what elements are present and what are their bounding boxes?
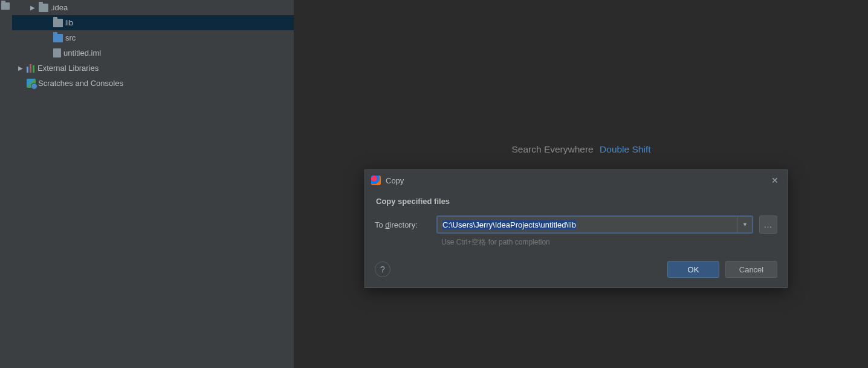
directory-label: To directory:	[375, 220, 430, 229]
libraries-icon	[27, 64, 35, 73]
project-sidebar: ▶ .idea ▶ lib ▶ src ▶ untitled.iml ▶ Ext…	[0, 0, 294, 368]
dialog-titlebar[interactable]: Copy ✕	[365, 170, 787, 191]
hint-key: Double Shift	[600, 144, 650, 154]
tree-item-idea[interactable]: ▶ .idea	[12, 0, 294, 15]
intellij-icon	[371, 176, 381, 185]
scratches-icon	[27, 79, 36, 88]
label-post: irectory:	[390, 220, 418, 229]
tree-item-src[interactable]: ▶ src	[12, 30, 294, 45]
tree-label: External Libraries	[37, 64, 99, 73]
browse-button[interactable]: ...	[759, 215, 777, 234]
copy-dialog: Copy ✕ Copy specified files To directory…	[364, 169, 788, 288]
tree-label: src	[65, 33, 76, 42]
dialog-body: Copy specified files To directory: ▼ ...…	[365, 191, 787, 252]
ok-button[interactable]: OK	[667, 261, 719, 278]
folder-icon	[39, 4, 48, 12]
directory-combobox[interactable]: ▼	[436, 215, 753, 234]
tree-item-external-libraries[interactable]: ▶ External Libraries	[12, 61, 294, 76]
tree-label: .idea	[51, 3, 68, 12]
dialog-title: Copy	[386, 176, 764, 185]
cancel-button[interactable]: Cancel	[725, 261, 777, 278]
folder-icon	[53, 19, 63, 27]
close-icon[interactable]: ✕	[769, 174, 781, 186]
tree-item-scratches[interactable]: ▶ Scratches and Consoles	[12, 76, 294, 91]
search-everywhere-hint: Search Everywhere Double Shift	[294, 144, 868, 155]
path-completion-hint: Use Ctrl+空格 for path completion	[441, 237, 777, 248]
directory-input[interactable]	[438, 217, 737, 232]
tree-label: lib	[65, 18, 73, 27]
tree-item-lib[interactable]: ▶ lib	[12, 15, 294, 30]
tree-label: untitled.iml	[63, 48, 101, 58]
label-mnemonic: d	[385, 220, 389, 229]
sidebar-gutter	[0, 0, 12, 368]
tree-item-iml[interactable]: ▶ untitled.iml	[12, 45, 294, 61]
project-tree: ▶ .idea ▶ lib ▶ src ▶ untitled.iml ▶ Ext…	[12, 0, 294, 91]
hint-label: Search Everywhere	[511, 144, 593, 154]
directory-field-row: To directory: ▼ ...	[375, 215, 777, 234]
dropdown-icon[interactable]: ▼	[737, 217, 752, 232]
label-pre: To	[375, 220, 385, 229]
tree-label: Scratches and Consoles	[38, 79, 123, 88]
chevron-right-icon[interactable]: ▶	[29, 4, 36, 11]
chevron-right-icon[interactable]: ▶	[17, 65, 24, 71]
help-button[interactable]: ?	[375, 261, 390, 277]
source-folder-icon	[53, 34, 63, 42]
module-file-icon	[53, 48, 61, 58]
project-root-icon	[1, 2, 10, 10]
dialog-subtitle: Copy specified files	[376, 197, 777, 206]
dialog-footer: ? OK Cancel	[365, 252, 787, 288]
